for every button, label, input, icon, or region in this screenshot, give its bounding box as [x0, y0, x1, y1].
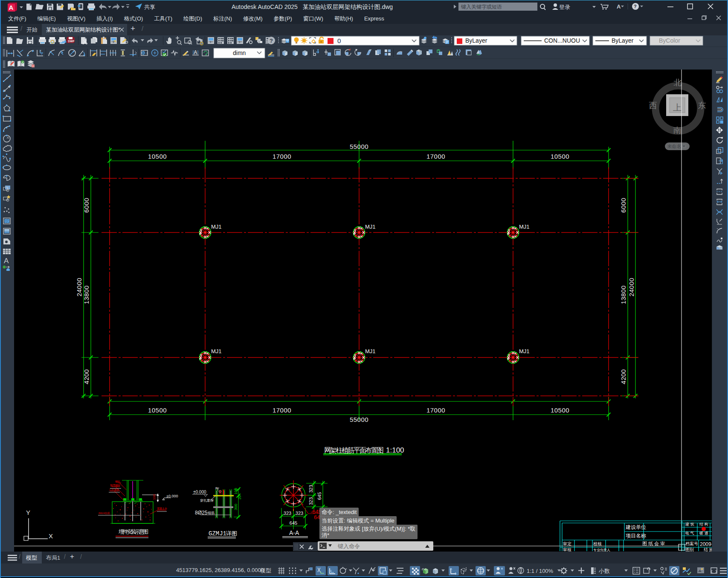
svg-text:10500: 10500: [148, 407, 167, 414]
svg-text:CON...NUOU: CON...NUOU: [544, 37, 580, 44]
svg-text:X: X: [49, 532, 53, 540]
svg-text:100: 100: [152, 494, 156, 500]
svg-text:GZMJ1: GZMJ1: [209, 530, 226, 537]
svg-text:专业负责人: 专业负责人: [593, 548, 610, 552]
svg-text:13800: 13800: [620, 285, 627, 304]
svg-text:北: 北: [674, 78, 682, 87]
svg-text:A: A: [617, 3, 621, 10]
svg-text:A-A: A-A: [289, 529, 299, 536]
svg-text:A: A: [194, 49, 197, 55]
svg-text:暖 通: 暖 通: [699, 531, 708, 535]
svg-text:档案号: 档案号: [685, 541, 698, 546]
svg-text:混凝土台: 混凝土台: [157, 507, 167, 510]
svg-text:F: F: [420, 49, 421, 52]
svg-text:项目名称: 项目名称: [626, 533, 646, 539]
svg-text:17000: 17000: [273, 407, 291, 414]
svg-text:MJ1: MJ1: [365, 224, 376, 230]
svg-text:A: A: [9, 4, 14, 11]
svg-text:电 气: 电 气: [685, 531, 694, 535]
svg-text:±0.000: ±0.000: [193, 490, 206, 494]
svg-text:校核: 校核: [593, 541, 602, 546]
svg-text:4200: 4200: [83, 369, 90, 384]
svg-text:建设单位: 建设单位: [625, 524, 646, 530]
svg-text:±0.000: ±0.000: [166, 494, 178, 498]
svg-text:图别: 图别: [685, 547, 694, 552]
svg-text:323: 323: [308, 497, 313, 505]
svg-text:穿孔塞焊: 穿孔塞焊: [200, 499, 214, 502]
svg-text:上: 上: [673, 103, 682, 112]
svg-text:8Φ24拉筋: 8Φ24拉筋: [99, 512, 110, 514]
svg-text:10500: 10500: [148, 153, 167, 160]
svg-text:1:1 / 100%: 1:1 / 100%: [527, 568, 554, 574]
svg-text:X: X: [40, 49, 41, 52]
svg-text:结 构: 结 构: [699, 522, 708, 526]
svg-text:20: 20: [238, 495, 242, 500]
svg-text:90: 90: [218, 490, 222, 494]
svg-text:小数: 小数: [598, 568, 610, 574]
svg-text:323: 323: [308, 485, 313, 493]
svg-text:2009-C-: 2009-C-: [700, 541, 712, 547]
svg-text:东: 东: [698, 101, 706, 110]
svg-text:西: 西: [649, 101, 657, 110]
svg-text:图 纸 会 审: 图 纸 会 审: [642, 541, 665, 546]
svg-text:1:100: 1:100: [386, 446, 404, 454]
svg-text:100: 100: [234, 488, 238, 494]
svg-text:预埋螺栓: 预埋螺栓: [110, 484, 120, 487]
svg-text:ByLayer: ByLayer: [465, 37, 487, 44]
svg-text:A: A: [4, 257, 9, 265]
svg-text:埋件安装示意图: 埋件安装示意图: [118, 529, 148, 535]
svg-text:Y: Y: [26, 509, 30, 516]
svg-text:锚筋: 锚筋: [207, 511, 215, 515]
svg-text:17000: 17000: [273, 153, 291, 160]
svg-text:24000: 24000: [75, 278, 83, 296]
svg-text:55000: 55000: [350, 416, 368, 423]
svg-text:结 施: 结 施: [704, 547, 712, 552]
svg-text:10500: 10500: [551, 407, 569, 414]
svg-text:Y: Y: [41, 53, 43, 55]
svg-text:DWF: DWF: [68, 40, 75, 43]
svg-text:审核: 审核: [563, 547, 571, 552]
svg-text:审定: 审定: [563, 541, 571, 546]
svg-text:645: 645: [290, 520, 297, 526]
svg-text:323: 323: [296, 511, 303, 516]
svg-text:0: 0: [337, 37, 341, 44]
svg-text:6000: 6000: [83, 198, 90, 212]
svg-text:645: 645: [317, 492, 322, 500]
svg-text:300: 300: [234, 504, 238, 510]
svg-text:4200: 4200: [620, 369, 627, 384]
svg-text:?: ?: [634, 4, 637, 9]
svg-text:B: B: [215, 487, 218, 490]
svg-text:详图: 详图: [226, 530, 237, 537]
svg-text:ByLayer: ByLayer: [612, 37, 634, 44]
svg-text:17000: 17000: [426, 153, 445, 160]
svg-text:钢柱: 钢柱: [115, 480, 120, 483]
svg-text:MJ1: MJ1: [519, 348, 530, 354]
svg-text:dimn: dimn: [233, 49, 246, 56]
svg-text:24000: 24000: [628, 278, 635, 296]
svg-text:建 筑: 建 筑: [685, 522, 694, 526]
svg-text:6000: 6000: [620, 198, 627, 212]
svg-text:MJ1: MJ1: [519, 224, 530, 230]
svg-text:未命名: 未命名: [667, 144, 682, 149]
svg-text:10500: 10500: [551, 153, 569, 160]
svg-text:网架柱植筋平面布置图: 网架柱植筋平面布置图: [324, 447, 384, 454]
svg-text:.1: .1: [145, 52, 148, 55]
svg-text:323: 323: [284, 511, 291, 516]
svg-text:?: ?: [270, 38, 273, 44]
svg-text:MJ1: MJ1: [211, 224, 222, 230]
svg-text:MJ1: MJ1: [365, 348, 376, 354]
svg-text:13800: 13800: [83, 285, 90, 304]
svg-text:MJ1: MJ1: [211, 348, 222, 354]
svg-text:55000: 55000: [350, 143, 368, 150]
svg-text:ByColor: ByColor: [659, 37, 680, 44]
svg-text:17000: 17000: [426, 407, 445, 414]
svg-text:南: 南: [673, 126, 682, 135]
